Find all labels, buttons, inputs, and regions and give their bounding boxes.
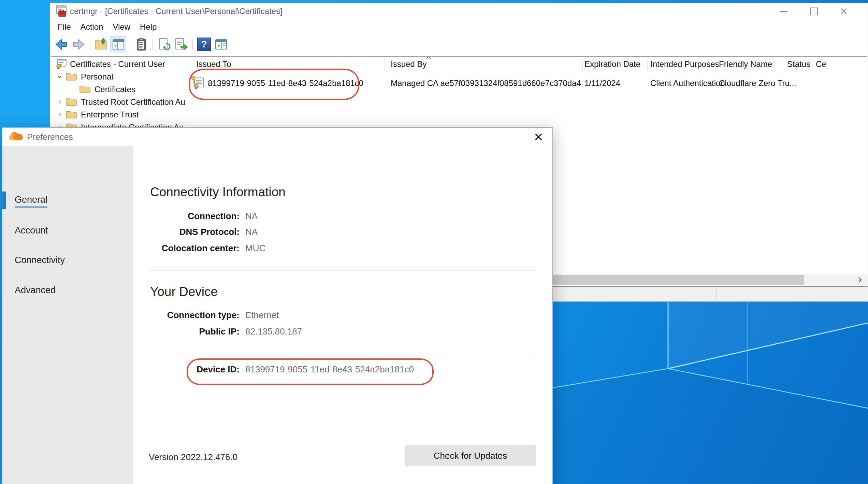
close-button[interactable]: × [829, 3, 859, 19]
toolbar-separator [192, 39, 193, 50]
tree-item-label: Certificates [95, 85, 135, 94]
nav-item-label: Advanced [15, 285, 56, 295]
cell-friendly-name[interactable]: Cloudflare Zero Tru... [719, 79, 796, 88]
preferences-window: Preferences × General Account Connectivi… [2, 127, 553, 484]
chevron-right-icon[interactable] [57, 112, 62, 117]
cell-issued-by[interactable]: Managed CA ae57f03931324f08591d660e7c370… [391, 79, 581, 88]
statusbar-divider [716, 288, 717, 300]
tree-item-personal[interactable]: Personal [52, 70, 188, 83]
column-divider[interactable] [385, 59, 385, 71]
folder-icon [66, 110, 77, 119]
toolbar-separator [90, 39, 90, 50]
your-device-heading: Your Device [150, 285, 218, 299]
certmgr-toolbar: ? [50, 34, 868, 54]
toolbar-up-one-level-button[interactable] [93, 37, 109, 52]
column-header-issued-to[interactable]: Issued To [196, 59, 231, 69]
tree-item-label: Certificates - Current User [70, 59, 165, 69]
nav-item-account[interactable]: Account [15, 224, 48, 237]
column-header-status[interactable]: Status [787, 59, 810, 69]
toolbar-clipboard-button[interactable] [133, 37, 149, 52]
cell-expiration-date[interactable]: 1/11/2024 [584, 79, 620, 88]
certmgr-app-icon [55, 5, 67, 17]
folder-icon [79, 85, 90, 94]
export-list-icon [174, 38, 188, 51]
toolbar-export-list-button[interactable] [173, 37, 189, 52]
tree-item-certificates-selected[interactable]: Certificates [52, 83, 188, 96]
minimize-button[interactable] [769, 3, 799, 19]
column-header-intended-purposes[interactable]: Intended Purposes [650, 59, 719, 69]
section-divider [150, 355, 536, 355]
check-for-updates-button[interactable]: Check for Updates [405, 445, 536, 466]
column-divider[interactable] [647, 59, 648, 71]
toolbar-forward-button[interactable] [71, 37, 86, 52]
column-divider[interactable] [582, 59, 583, 71]
scroll-right-icon [857, 277, 862, 283]
tree-item-trusted-root[interactable]: Trusted Root Certification Au [52, 96, 188, 108]
certmgr-window-controls: × [769, 3, 859, 19]
connection-type-value: Ethernet [245, 310, 279, 321]
toolbar-help-button[interactable]: ? [196, 37, 212, 52]
clipboard-icon [135, 38, 148, 51]
toolbar-back-button[interactable] [54, 37, 69, 52]
column-header-friendly-name[interactable]: Friendly Name [719, 59, 772, 69]
windows-logo-beams [553, 302, 868, 484]
column-divider[interactable] [783, 59, 783, 71]
toolbar-show-console-tree-button[interactable] [111, 37, 126, 52]
folder-icon [66, 98, 77, 106]
dns-protocol-label: DNS Protocol: [82, 227, 240, 237]
certificates-root-icon [55, 58, 67, 70]
column-header-expiration-date[interactable]: Expiration Date [584, 59, 640, 69]
annotation-ellipse-device-id [187, 358, 434, 385]
tree-item-label: Trusted Root Certification Au [81, 97, 185, 107]
help-icon: ? [197, 38, 211, 51]
preferences-titlebar: Preferences × [2, 128, 552, 146]
column-divider[interactable] [811, 59, 811, 71]
connectivity-information-heading: Connectivity Information [150, 185, 286, 199]
up-folder-icon [94, 38, 108, 51]
menu-view[interactable]: View [108, 22, 135, 32]
maximize-button[interactable] [799, 3, 829, 19]
scrollbar-right-button[interactable] [852, 274, 868, 285]
minimize-icon [780, 11, 787, 12]
nav-item-label: Account [15, 225, 48, 236]
menu-action[interactable]: Action [76, 22, 108, 32]
nav-item-general[interactable]: General [15, 194, 47, 206]
folder-icon [66, 72, 77, 81]
column-divider[interactable] [715, 59, 715, 71]
nav-item-label: General [15, 195, 47, 208]
tree-item-enterprise-trust[interactable]: Enterprise Trust [52, 108, 188, 121]
annotation-ellipse-issued-to [189, 69, 359, 100]
tree-item-label: Personal [81, 72, 113, 82]
close-icon: × [840, 5, 847, 17]
connection-label: Connection: [82, 211, 240, 222]
public-ip-value: 82.135.80.187 [245, 326, 302, 337]
nav-item-advanced[interactable]: Advanced [15, 284, 56, 296]
toolbar-separator [153, 39, 153, 50]
column-header-issued-by[interactable]: Issued By [391, 59, 426, 69]
toolbar-refresh-button[interactable] [156, 37, 172, 52]
chevron-down-icon[interactable] [57, 74, 62, 80]
statusbar-divider [808, 288, 808, 300]
cloudflare-logo-icon [8, 132, 24, 142]
refresh-icon [157, 38, 171, 51]
sort-ascending-icon [425, 57, 432, 59]
preferences-close-button[interactable]: × [531, 129, 546, 145]
public-ip-label: Public IP: [82, 326, 240, 337]
cell-intended-purposes[interactable]: Client Authentication [650, 79, 725, 88]
nav-item-connectivity[interactable]: Connectivity [15, 254, 65, 266]
menu-file[interactable]: File [53, 22, 76, 32]
connection-type-label: Connection type: [82, 310, 240, 321]
colocation-center-value: MUC [245, 243, 265, 254]
column-header-certificate[interactable]: Ce [816, 59, 826, 69]
dns-protocol-value: NA [245, 227, 258, 237]
menu-help[interactable]: Help [135, 22, 161, 32]
certmgr-menubar: File Action View Help [53, 19, 161, 34]
tree-item-certificates-current-user[interactable]: Certificates - Current User [52, 58, 188, 70]
toolbar-show-action-pane-button[interactable] [213, 37, 229, 52]
screen: certmgr - [Certificates - Current User\P… [0, 0, 868, 484]
back-arrow-icon [55, 38, 68, 51]
toolbar-separator [130, 39, 130, 50]
version-text: Version 2022.12.476.0 [149, 452, 237, 462]
forward-arrow-icon [72, 38, 85, 51]
chevron-right-icon[interactable] [57, 99, 62, 105]
